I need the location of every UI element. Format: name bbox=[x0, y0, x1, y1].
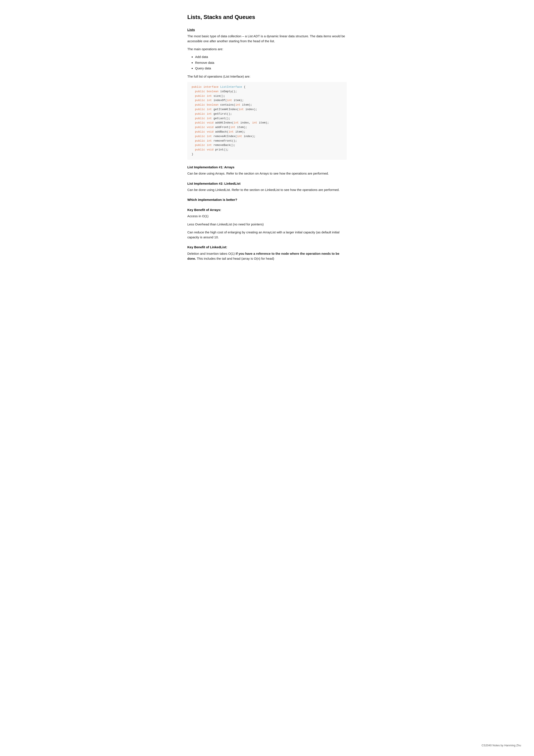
impl2-body: Can be done using LinkedList. Refer to t… bbox=[187, 187, 347, 192]
impl1-body: Can be done using Arrays. Refer to the s… bbox=[187, 171, 347, 176]
impl1-heading: List Implementation #1: Arrays bbox=[187, 165, 347, 170]
list-item: Remove data bbox=[195, 60, 347, 65]
list-item: Add data bbox=[195, 55, 347, 60]
impl1-section: List Implementation #1: Arrays Can be do… bbox=[187, 165, 347, 176]
which-heading: Which implementation is better? bbox=[187, 198, 347, 202]
impl2-heading: List Implementation #2: LinkedList bbox=[187, 181, 347, 186]
arrays-benefit-line1: Access in O(1) bbox=[187, 214, 347, 219]
full-ops-label: The full list of operations (List Interf… bbox=[187, 74, 347, 79]
main-ops-list: Add data Remove data Query data bbox=[195, 55, 347, 71]
arrays-benefit-section: Key Benefit of Arrays: Access in O(1) Le… bbox=[187, 207, 347, 240]
linkedlist-benefit-body: Deletion and Insertion takes O(1) if you… bbox=[187, 251, 347, 261]
impl2-section: List Implementation #2: LinkedList Can b… bbox=[187, 181, 347, 192]
linkedlist-suffix: This includes the tail and head (array i… bbox=[196, 257, 274, 260]
lists-section: Lists The most basic type of data collec… bbox=[187, 27, 347, 160]
linkedlist-benefit-section: Key Benefit of LinkedList: Deletion and … bbox=[187, 245, 347, 261]
code-block: public interface ListInterface { public … bbox=[187, 82, 347, 160]
page-title: Lists, Stacks and Queues bbox=[187, 13, 347, 21]
lists-heading: Lists bbox=[187, 27, 347, 32]
which-section: Which implementation is better? bbox=[187, 198, 347, 202]
arrays-benefit-heading: Key Benefit of Arrays: bbox=[187, 207, 347, 212]
main-ops-label: The main operations are: bbox=[187, 46, 347, 51]
list-item: Query data bbox=[195, 66, 347, 71]
lists-intro: The most basic type of data collection –… bbox=[187, 34, 347, 44]
linkedlist-prefix: Deletion and Insertion takes O(1) bbox=[187, 252, 236, 256]
arrays-benefit-line2: Less Overhead than LinkedList (no need f… bbox=[187, 222, 347, 227]
linkedlist-benefit-heading: Key Benefit of LinkedList: bbox=[187, 245, 347, 250]
arrays-benefit-line3: Can reduce the high cost of enlarging by… bbox=[187, 230, 347, 240]
